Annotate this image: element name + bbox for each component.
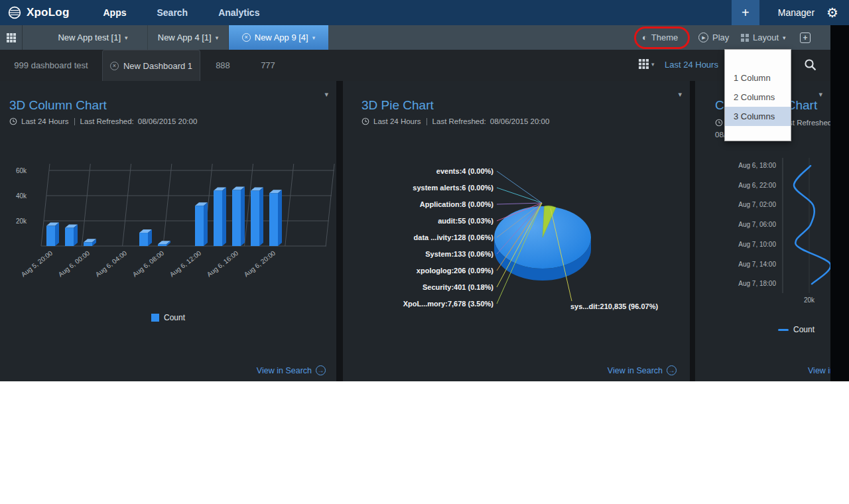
svg-text:Aug 6, 16:00: Aug 6, 16:00 <box>206 249 240 279</box>
column-chart-canvas: 20k40k60kAug 5, 20:00Aug 6, 00:00Aug 6, … <box>0 159 336 298</box>
view-in-search-link[interactable]: View in Search → <box>608 365 677 375</box>
dashboard-tab-888[interactable]: 888 <box>200 50 245 81</box>
dashboard-tab-new-dashboard-1-active[interactable]: × New Dashboard 1 <box>102 50 200 81</box>
chevron-down-icon[interactable]: ▾ <box>125 34 128 41</box>
svg-text:Aug 6, 20:00: Aug 6, 20:00 <box>243 249 277 279</box>
play-button[interactable]: ▶ Play <box>698 25 729 50</box>
layout-option-1-column[interactable]: 1 Column <box>725 68 791 88</box>
app-tab-new-app-test[interactable]: New App test [1] ▾ <box>38 25 148 50</box>
layout-dropdown-menu: 1 Column 2 Columns 3 Columns <box>724 49 791 141</box>
app-tab-label: New App 4 [1] <box>158 32 212 42</box>
svg-text:Aug 6, 00:00: Aug 6, 00:00 <box>57 249 92 279</box>
search-button[interactable] <box>804 58 817 74</box>
chart-legend[interactable]: Count <box>778 325 815 334</box>
app-tab-new-app-9-active[interactable]: × New App 9 [4] ▾ <box>229 25 328 50</box>
chart-legend[interactable]: Count <box>0 313 336 322</box>
svg-text:Aug 7, 02:00: Aug 7, 02:00 <box>738 201 776 208</box>
manager-menu[interactable]: Manager <box>778 7 815 18</box>
svg-text:20k: 20k <box>16 218 27 225</box>
layout-label: Layout <box>753 32 779 42</box>
clock-icon <box>715 119 723 127</box>
gadget-subtitle: Last 24 Hours Last Refreshed: 08/06/2015… <box>9 117 197 125</box>
gadget-3d-column-chart: ▾ 3D Column Chart Last 24 Hours Last Ref… <box>0 81 336 381</box>
link-label: View in Search <box>257 366 312 375</box>
app-tab-label: New App test [1] <box>58 32 121 42</box>
svg-text:Aug 5, 20:00: Aug 5, 20:00 <box>20 249 54 279</box>
theme-icon: ◐ <box>642 33 647 42</box>
brand-name: XpoLog <box>27 6 69 19</box>
chevron-down-icon[interactable]: ▾ <box>216 34 219 41</box>
gadget-menu-caret-icon[interactable]: ▾ <box>818 90 822 99</box>
divider <box>426 118 427 125</box>
play-label: Play <box>712 32 729 42</box>
chevron-down-icon[interactable]: ▾ <box>312 34 316 41</box>
gadget-refreshed-value: 08/06/2015 20:00 <box>138 117 198 125</box>
legend-label: Count <box>793 325 815 334</box>
legend-label: Count <box>164 313 185 322</box>
view-in-search-link[interactable]: View in Search → <box>257 365 326 375</box>
nav-item-apps[interactable]: Apps <box>88 0 141 25</box>
play-icon: ▶ <box>698 32 708 42</box>
gadget-time-range: Last 24 Hours <box>373 117 421 125</box>
add-dashboard-button[interactable]: + <box>800 25 811 50</box>
top-navbar: XpoLog Apps Search Analytics + Manager ⚙ <box>0 0 849 25</box>
grid-icon <box>639 59 649 69</box>
app-tab-new-app-4[interactable]: New App 4 [1] ▾ <box>148 25 229 50</box>
svg-text:xpologlog:206 (0.09%): xpologlog:206 (0.09%) <box>417 267 493 275</box>
svg-text:system alerts:6 (0.00%): system alerts:6 (0.00%) <box>413 184 493 192</box>
layout-button[interactable]: Layout ▾ <box>741 25 786 50</box>
svg-text:events:4 (0.00%): events:4 (0.00%) <box>436 167 494 175</box>
gadget-refreshed-value: 08/06/2015 20:00 <box>490 117 550 125</box>
arrow-right-icon: → <box>667 365 677 375</box>
gadget-menu-caret-icon[interactable]: ▾ <box>678 90 682 99</box>
link-label: View in Search <box>808 366 830 375</box>
chevron-down-icon: ▾ <box>783 34 786 41</box>
svg-text:Aug 6, 04:00: Aug 6, 04:00 <box>94 249 129 279</box>
xpolog-globe-icon <box>8 6 21 19</box>
apps-grid-button[interactable] <box>0 25 23 50</box>
legend-swatch <box>778 329 789 331</box>
dashboard-tab-777[interactable]: 777 <box>245 50 291 81</box>
plus-square-icon: + <box>800 32 811 43</box>
theme-button[interactable]: ◐ Theme <box>642 25 678 50</box>
svg-text:Aug 6, 12:00: Aug 6, 12:00 <box>168 249 203 279</box>
clock-icon <box>361 117 369 125</box>
dashboard-tab-999[interactable]: 999 dashboard test <box>0 50 102 81</box>
dashboards-tab-bar: 999 dashboard test × New Dashboard 1 888… <box>0 50 830 81</box>
close-icon[interactable]: × <box>242 33 251 42</box>
gadget-refreshed-label: Last Refreshed: <box>432 117 486 125</box>
view-in-search-link[interactable]: View in Search → <box>808 365 830 375</box>
close-icon[interactable]: × <box>110 62 119 70</box>
arrow-right-icon: → <box>316 365 326 375</box>
window-edge <box>830 25 849 381</box>
layout-option-2-columns[interactable]: 2 Columns <box>725 88 791 107</box>
theme-label: Theme <box>651 32 678 42</box>
svg-text:data ...ivity:128 (0.06%): data ...ivity:128 (0.06%) <box>414 233 494 241</box>
gadget-time-range: Last 24 Hours <box>21 117 69 125</box>
svg-text:Security:401 (0.18%): Security:401 (0.18%) <box>423 283 493 291</box>
svg-text:audit:55 (0.03%): audit:55 (0.03%) <box>438 217 493 225</box>
search-icon <box>804 58 817 72</box>
svg-text:Aug 7, 10:00: Aug 7, 10:00 <box>738 241 776 248</box>
dashboard-grid-selector[interactable]: ▾ <box>639 59 655 69</box>
gadget-title: 3D Column Chart <box>9 98 107 113</box>
gadget-title: 3D Pie Chart <box>361 98 434 113</box>
nav-item-search[interactable]: Search <box>141 0 203 25</box>
apps-tab-bar: New App test [1] ▾ New App 4 [1] ▾ × New… <box>0 25 830 50</box>
gadget-menu-caret-icon[interactable]: ▾ <box>324 90 328 99</box>
xpolog-logo[interactable]: XpoLog <box>8 6 69 19</box>
time-range-selector[interactable]: Last 24 Hours <box>665 60 718 70</box>
svg-text:40k: 40k <box>16 192 27 200</box>
clock-icon <box>9 117 17 125</box>
nav-item-analytics[interactable]: Analytics <box>203 0 275 25</box>
main-nav: Apps Search Analytics <box>88 0 275 25</box>
dashboard-tab-label: 888 <box>216 60 230 70</box>
svg-text:System:133 (0.06%): System:133 (0.06%) <box>425 250 493 258</box>
svg-text:XpoL...mory:7,678 (3.50%): XpoL...mory:7,678 (3.50%) <box>403 300 494 308</box>
settings-gear-icon[interactable]: ⚙ <box>826 6 838 19</box>
svg-text:sys...dit:210,835 (96.07%): sys...dit:210,835 (96.07%) <box>570 302 658 310</box>
add-app-button[interactable]: + <box>732 0 759 25</box>
svg-text:Application:8 (0.00%): Application:8 (0.00%) <box>420 200 494 208</box>
layout-option-3-columns-selected[interactable]: 3 Columns <box>725 107 791 126</box>
app-tab-label: New App 9 [4] <box>255 32 308 42</box>
